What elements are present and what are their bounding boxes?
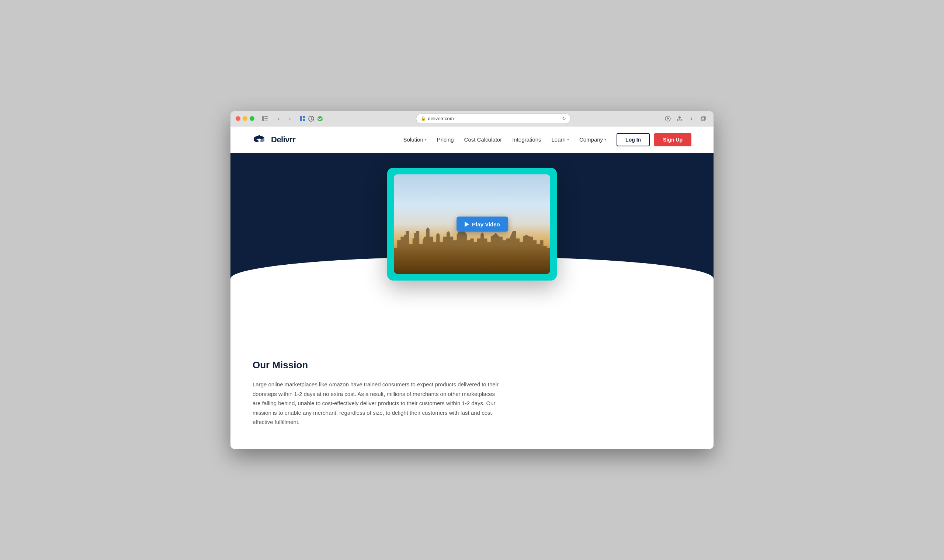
- forward-button[interactable]: ›: [285, 114, 295, 124]
- url-text: deliverr.com: [428, 116, 454, 121]
- play-video-button[interactable]: Play Video: [456, 217, 508, 232]
- nav-solution[interactable]: Solution ▾: [403, 136, 427, 143]
- browser-action-buttons: +: [663, 114, 708, 124]
- mission-title: Our Mission: [253, 360, 504, 371]
- signup-button[interactable]: Sign Up: [654, 133, 691, 146]
- nav-integrations[interactable]: Integrations: [512, 136, 541, 143]
- nav-company[interactable]: Company ▾: [579, 136, 606, 143]
- hero-section: Play Video: [231, 153, 713, 293]
- chevron-down-icon: ▾: [567, 137, 569, 142]
- browser-titlebar: ‹ ›: [231, 111, 713, 126]
- nav-actions: Log In Sign Up: [616, 133, 691, 146]
- new-tab-button[interactable]: +: [686, 114, 696, 124]
- play-icon: [465, 222, 469, 227]
- svg-rect-0: [262, 116, 264, 121]
- svg-rect-3: [264, 120, 268, 121]
- refresh-button[interactable]: ↻: [562, 116, 566, 121]
- extension-icon-2[interactable]: [308, 115, 315, 122]
- svg-rect-5: [303, 116, 305, 118]
- nav-cost-calculator[interactable]: Cost Calculator: [464, 136, 502, 143]
- mission-body: Large online marketplaces like Amazon ha…: [253, 380, 504, 427]
- extension-icon-1[interactable]: [299, 115, 306, 122]
- svg-rect-1: [264, 116, 268, 117]
- traffic-lights: [236, 116, 254, 121]
- logo-text: Delivrr: [271, 135, 296, 145]
- play-label: Play Video: [472, 221, 500, 228]
- mission-section: Our Mission Large online marketplaces li…: [231, 323, 525, 449]
- logo-icon: [253, 135, 266, 145]
- logo-link[interactable]: Delivrr: [253, 135, 296, 145]
- nav-learn[interactable]: Learn ▾: [552, 136, 569, 143]
- chevron-down-icon: ▾: [425, 137, 427, 142]
- login-button[interactable]: Log In: [616, 133, 650, 146]
- svg-rect-4: [300, 116, 302, 121]
- share-button[interactable]: [675, 114, 685, 124]
- extension-icons: [299, 115, 324, 122]
- video-thumbnail: Play Video: [394, 174, 550, 274]
- nav-pricing[interactable]: Pricing: [437, 136, 454, 143]
- chevron-down-icon: ▾: [604, 137, 606, 142]
- video-card-wrapper: Play Video: [387, 168, 557, 280]
- browser-window: ‹ ›: [231, 111, 713, 449]
- mission-section-wrapper: Our Mission Large online marketplaces li…: [231, 293, 713, 449]
- address-bar-area: 🔒 deliverr.com ↻: [328, 114, 659, 124]
- svg-rect-2: [264, 118, 268, 119]
- maximize-button[interactable]: [249, 116, 254, 121]
- page-content: Delivrr Solution ▾ Pricing Cost Calculat…: [231, 126, 713, 449]
- close-button[interactable]: [236, 116, 240, 121]
- download-button[interactable]: [663, 114, 673, 124]
- extension-icon-3[interactable]: [316, 115, 324, 122]
- lock-icon: 🔒: [421, 116, 426, 121]
- navbar: Delivrr Solution ▾ Pricing Cost Calculat…: [231, 126, 713, 153]
- tabs-button[interactable]: [698, 114, 708, 124]
- nav-buttons: ‹ ›: [274, 114, 295, 124]
- svg-rect-6: [303, 119, 305, 121]
- sidebar-toggle-button[interactable]: [260, 114, 270, 124]
- address-bar[interactable]: 🔒 deliverr.com ↻: [416, 114, 571, 124]
- minimize-button[interactable]: [243, 116, 248, 121]
- video-card: Play Video: [387, 168, 557, 280]
- back-button[interactable]: ‹: [274, 114, 284, 124]
- nav-links: Solution ▾ Pricing Cost Calculator Integ…: [403, 136, 607, 143]
